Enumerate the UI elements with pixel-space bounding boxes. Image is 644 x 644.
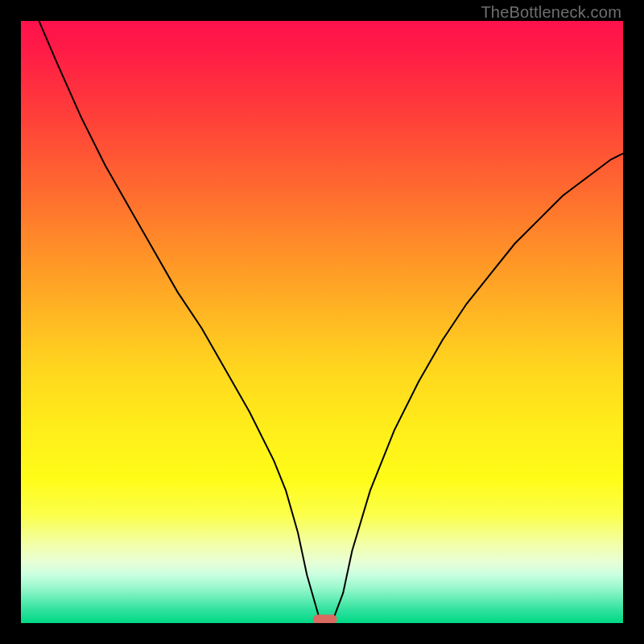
optimal-point-marker — [313, 615, 337, 623]
marker-layer — [21, 21, 623, 623]
watermark-text: TheBottleneck.com — [481, 3, 621, 22]
chart-container: TheBottleneck.com — [0, 0, 644, 644]
plot-area — [21, 21, 623, 623]
